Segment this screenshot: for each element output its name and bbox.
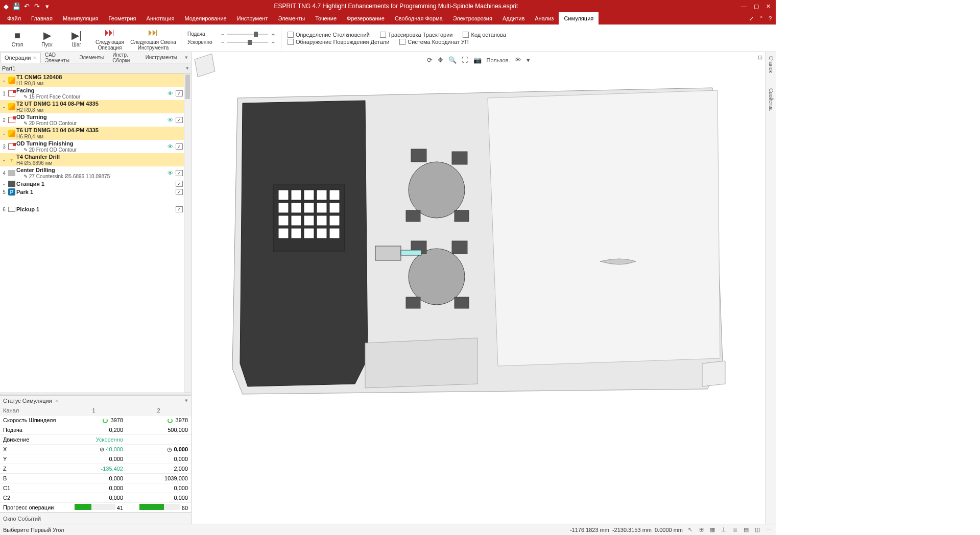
panel-options-icon[interactable]: ▾	[182, 54, 191, 61]
grid-icon[interactable]: ▦	[708, 526, 716, 534]
more-icon[interactable]: ⋯	[764, 526, 773, 534]
operations-tree[interactable]: ⌄T1 CNMG 120408H1 R0,8 мм1Facing✎ 15 Fro…	[0, 74, 191, 393]
svg-rect-12	[329, 203, 340, 213]
stop-code-checkbox[interactable]: Код останова	[463, 32, 506, 38]
tree-tool-row[interactable]: ⌄T2 UT DNMG 11 04 08-PM 4335H2 R0,8 мм	[0, 100, 191, 113]
ribbon-minimize-icon[interactable]: ⤢	[749, 15, 754, 22]
menu-additive[interactable]: Аддитив	[497, 12, 530, 25]
sim-row: Y0,0000,000	[0, 454, 191, 464]
svg-rect-8	[278, 203, 289, 213]
tree-tool-row[interactable]: ⌄T6 UT DNMG 11 04 04-PM 4335H6 R0,4 мм	[0, 127, 191, 140]
tree-station-row[interactable]: ⌄Станция 1✓	[0, 180, 191, 188]
tree-scrollbar[interactable]	[184, 74, 191, 393]
qat-save-icon[interactable]: 💾	[12, 2, 20, 10]
filter-icon[interactable]: ▤	[742, 526, 750, 534]
status-coord-x: -1176.1823 mm	[570, 527, 609, 533]
tree-operation-row[interactable]: 2OD Turning✎ 20 Front OD Contour👁✓	[0, 113, 191, 127]
status-coord-z: 0.0000 mm	[655, 527, 683, 533]
stop-button[interactable]: ■Стоп	[3, 26, 32, 51]
svg-rect-3	[278, 190, 289, 200]
viewport-pin-icon[interactable]: ⊡	[758, 54, 762, 61]
part-damage-checkbox[interactable]: Обнаружение Повреждения Детали	[288, 39, 389, 45]
status-bar: Выберите Первый Угол -1176.1823 mm -2130…	[0, 524, 776, 535]
help-icon[interactable]: ?	[769, 15, 772, 21]
menu-geometry[interactable]: Геометрия	[104, 12, 141, 25]
svg-rect-5	[304, 190, 314, 200]
tree-tool-row[interactable]: ⌄▾T4 Chamfer DrillH4 Ø5,6896 мм	[0, 153, 191, 166]
menu-milling[interactable]: Фрезерование	[342, 12, 390, 25]
menu-annotation[interactable]: Аннотация	[141, 12, 180, 25]
selection-icon[interactable]: ◫	[753, 526, 761, 534]
play-button[interactable]: ▶Пуск	[33, 26, 61, 51]
nc-cs-checkbox[interactable]: Система Координат УП	[399, 39, 468, 45]
collision-detect-checkbox[interactable]: Определение Столкновений	[288, 32, 370, 38]
left-panel: Операции× CAD Элементы Элементы Инстр. С…	[0, 52, 192, 524]
feed-slider[interactable]	[227, 31, 268, 38]
menu-manipulation[interactable]: Манипуляция	[58, 12, 104, 25]
svg-rect-6	[317, 190, 327, 200]
viewport-3d[interactable]: ⟳ ✥ 🔍 ⛶ 📷 Пользов. 👁 ▾ ⊡	[192, 52, 766, 524]
svg-rect-33	[455, 297, 469, 308]
menu-freeform[interactable]: Свободная Форма	[390, 12, 448, 25]
menu-turning[interactable]: Точение	[310, 12, 342, 25]
tree-operation-row[interactable]: 1Facing✎ 15 Front Face Contour👁✓	[0, 87, 191, 100]
qat-esprit-icon[interactable]: ◆	[2, 2, 10, 10]
ribbon-collapse-icon[interactable]: ⌃	[759, 15, 763, 22]
svg-rect-19	[291, 228, 301, 238]
rapid-slider[interactable]	[227, 39, 268, 46]
events-panel-header[interactable]: Окно Событий	[0, 513, 191, 524]
menu-home[interactable]: Главная	[26, 12, 58, 25]
tree-pickup-row[interactable]: 6Pickup 1✓	[0, 205, 191, 213]
status-coord-y: -2130.3153 mm	[612, 527, 652, 533]
qat-undo-icon[interactable]: ↶	[22, 2, 31, 10]
menu-bar: Файл Главная Манипуляция Геометрия Аннот…	[0, 12, 776, 25]
minimize-button[interactable]: —	[741, 3, 747, 10]
svg-rect-32	[406, 297, 420, 308]
tree-operation-row[interactable]: 3OD Turning Finishing✎ 20 Front OD Conto…	[0, 140, 191, 153]
tab-machine[interactable]: Станок	[768, 56, 774, 73]
next-operation-button[interactable]: ⏭Следующая Операция	[92, 26, 128, 51]
svg-rect-22	[329, 228, 340, 238]
tab-properties[interactable]: Свойства	[768, 88, 774, 111]
cursor-icon[interactable]: ↖	[686, 526, 694, 534]
tree-operation-row[interactable]: 4Center Drilling✎ 27 Countersink Ø5.6896…	[0, 166, 191, 180]
menu-simulation[interactable]: Симуляция	[559, 12, 599, 25]
tab-elements[interactable]: Элементы	[75, 52, 108, 63]
menu-file[interactable]: Файл	[2, 12, 26, 25]
close-button[interactable]: ✕	[766, 3, 771, 10]
svg-marker-23	[488, 90, 720, 366]
svg-point-24	[409, 162, 465, 218]
tab-tools[interactable]: Инструменты	[141, 52, 182, 63]
svg-rect-13	[278, 215, 289, 226]
trace-path-checkbox[interactable]: Трассировка Траектории	[380, 32, 453, 38]
menu-modeling[interactable]: Моделирование	[179, 12, 231, 25]
svg-rect-14	[291, 215, 301, 226]
tree-park-row[interactable]: 5PPark 1✓	[0, 188, 191, 196]
panel-options-icon[interactable]: ▾	[185, 397, 188, 404]
tree-tool-row[interactable]: ⌄T1 CNMG 120408H1 R0,8 мм	[0, 74, 191, 87]
layers-icon[interactable]: ≣	[731, 526, 739, 534]
menu-edm[interactable]: Электроэрозия	[448, 12, 497, 25]
menu-analysis[interactable]: Анализ	[530, 12, 559, 25]
step-button[interactable]: ▶|Шаг	[62, 26, 91, 51]
part-selector[interactable]: Part1▾	[0, 63, 191, 74]
svg-rect-26	[452, 152, 467, 164]
tab-operations[interactable]: Операции×	[0, 53, 41, 63]
menu-tool[interactable]: Инструмент	[232, 12, 273, 25]
svg-marker-37	[702, 361, 725, 386]
machine-render	[212, 57, 733, 435]
menu-elements[interactable]: Элементы	[273, 12, 310, 25]
maximize-button[interactable]: ▢	[754, 3, 759, 10]
next-tool-change-button[interactable]: ⏭Следующая Смена Инструмента	[129, 26, 178, 51]
snap-icon[interactable]: ⊞	[697, 526, 705, 534]
tab-tool-assemblies[interactable]: Инстр. Сборки	[108, 52, 141, 63]
qat-dropdown-icon[interactable]: ▾	[43, 2, 51, 10]
right-side-tabs: Станок Свойства	[766, 52, 776, 524]
sim-row: Z-135,4022,000	[0, 464, 191, 474]
tab-cad-elements[interactable]: CAD Элементы	[41, 52, 75, 63]
svg-rect-15	[304, 215, 314, 226]
status-prompt: Выберите Первый Угол	[3, 527, 64, 533]
qat-redo-icon[interactable]: ↷	[33, 2, 41, 10]
ortho-icon[interactable]: ⊥	[720, 526, 728, 534]
svg-rect-27	[406, 210, 420, 222]
